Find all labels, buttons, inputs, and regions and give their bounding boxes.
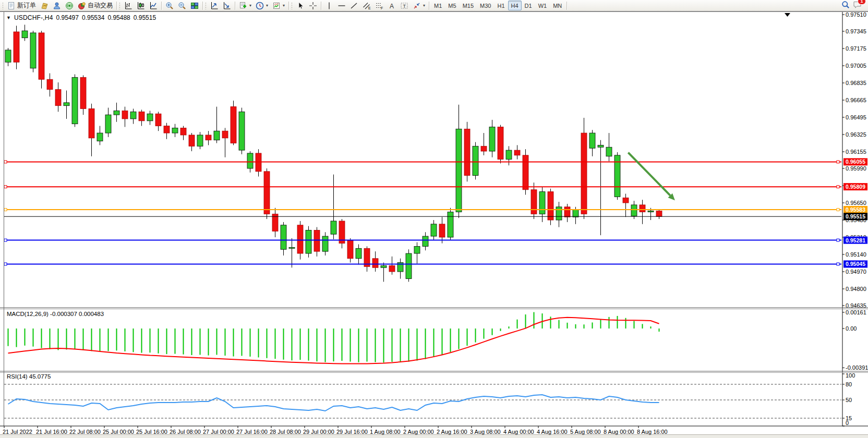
timeframe-d1-button[interactable]: D1 [522, 1, 535, 10]
template-icon [272, 2, 281, 10]
toolbar-grip[interactable] [291, 2, 293, 9]
cursor-button[interactable] [294, 0, 307, 11]
price-tick-label: 0.94800 [846, 286, 866, 292]
candle [80, 75, 86, 115]
price-tick-label: 0.97345 [846, 28, 866, 34]
timeframe-m5-button[interactable]: M5 [445, 1, 459, 10]
time-tick-label: 26 Jul 08:00 [170, 429, 201, 435]
price-tick-label: 0.94970 [846, 269, 866, 275]
zoom-in-button[interactable] [163, 0, 176, 11]
tile-windows-button[interactable] [188, 0, 201, 11]
price-tick-label: 0.96835 [846, 80, 866, 86]
new-order-button[interactable]: 新订单 [5, 0, 38, 11]
text-label-button[interactable]: T [398, 0, 411, 11]
svg-text:0.96055: 0.96055 [846, 159, 865, 165]
chart-close: 0.95515 [134, 14, 156, 21]
channel-button[interactable]: E [360, 0, 373, 11]
line-handle[interactable] [4, 186, 7, 188]
line-handle[interactable] [4, 263, 7, 265]
profile-down-icon [223, 2, 231, 10]
arrows-button[interactable]: ▾ [411, 0, 427, 11]
add-indicator-icon [239, 2, 247, 10]
toolbar: 新订单自动交易▾▾▾EFAT▾M1M5M15M30H1H4D1W1MN1 [0, 0, 868, 11]
svg-text:0.95809: 0.95809 [846, 184, 865, 190]
svg-text:T: T [403, 3, 406, 8]
chart-low: 0.95488 [107, 14, 130, 21]
line-handle[interactable] [837, 186, 839, 188]
timeframe-m30-button[interactable]: M30 [477, 1, 494, 10]
svg-text:E: E [368, 6, 371, 10]
profile-up-icon [210, 2, 219, 10]
price-tick-label: 0.97510 [846, 11, 866, 18]
candle [548, 189, 553, 225]
crosshair-button[interactable] [307, 0, 319, 11]
broadcast-button[interactable] [63, 0, 76, 11]
line-handle[interactable] [837, 263, 839, 265]
chat-button[interactable]: 1 [853, 1, 862, 11]
zoom-out-button[interactable] [176, 0, 188, 11]
candle [464, 122, 470, 182]
macd-tick-label: -0.00391 [846, 364, 868, 371]
vline-button[interactable] [323, 0, 335, 11]
arrows-dropdown-icon[interactable]: ▾ [423, 3, 425, 8]
line-handle[interactable] [837, 161, 839, 163]
toolbar-separator [566, 2, 567, 10]
fibonacci-icon: F [375, 2, 383, 10]
profile-up-button[interactable] [208, 0, 221, 11]
search-icon[interactable] [841, 1, 850, 11]
candle-chart-button[interactable] [135, 0, 147, 11]
macd-tick-label: 0.00 [846, 325, 857, 332]
line-handle[interactable] [837, 239, 839, 241]
chart-symbol: USDCHF-,H4 [14, 14, 53, 21]
chart-canvas[interactable]: 0.975100.973450.971750.970050.968350.966… [0, 11, 868, 438]
svg-text:0.95045: 0.95045 [846, 261, 865, 267]
svg-text:0.95281: 0.95281 [846, 237, 865, 244]
price-tick-label: 0.95140 [846, 251, 866, 258]
template-dropdown-icon[interactable]: ▾ [283, 3, 285, 8]
toolbar-separator [116, 2, 117, 10]
price-badge: 0.95281 [843, 237, 867, 244]
time-tick-label: 28 Jul 08:00 [270, 429, 301, 435]
vline-icon [325, 2, 333, 10]
toolbar-separator [288, 2, 289, 10]
timeframe-h4-button[interactable]: H4 [508, 1, 522, 10]
toolbar-grip[interactable] [2, 2, 4, 9]
arrows-icon [413, 2, 421, 10]
line-chart-button[interactable] [147, 0, 160, 11]
profile-down-button[interactable] [221, 0, 233, 11]
bar-chart-icon [124, 2, 132, 10]
time-tick-label: 8 Aug 00:00 [604, 429, 634, 435]
add-indicator-dropdown-icon[interactable]: ▾ [249, 3, 251, 8]
timeframe-w1-button[interactable]: W1 [535, 1, 550, 10]
user-profile-button[interactable] [51, 0, 63, 11]
text-button[interactable]: A [385, 0, 398, 11]
toolbar-grip[interactable] [205, 2, 207, 9]
symbol-dropdown-icon[interactable]: ▼ [6, 15, 11, 20]
template-button[interactable]: ▾ [270, 0, 287, 11]
new-order-icon [7, 2, 16, 10]
toolbar-separator [429, 2, 429, 10]
add-indicator-button[interactable]: ▾ [237, 0, 254, 11]
timeframe-h1-button[interactable]: H1 [494, 1, 508, 10]
trendline-button[interactable] [348, 0, 360, 11]
line-handle[interactable] [4, 209, 7, 211]
timeframe-mn-button[interactable]: MN [550, 1, 565, 10]
bar-chart-button[interactable] [122, 0, 135, 11]
line-handle[interactable] [4, 161, 7, 163]
line-handle[interactable] [4, 239, 7, 241]
auto-trading-button[interactable]: 自动交易 [76, 0, 115, 11]
price-tick-label: 0.97175 [846, 45, 866, 52]
period-button[interactable]: ▾ [254, 0, 270, 11]
timeframe-m1-button[interactable]: M1 [431, 1, 445, 10]
line-handle[interactable] [837, 209, 839, 211]
toolbar-grip[interactable] [119, 2, 120, 9]
chart-file-button[interactable] [38, 0, 51, 11]
fibonacci-button[interactable]: F [373, 0, 385, 11]
period-dropdown-icon[interactable]: ▾ [266, 3, 268, 8]
time-tick-label: 21 Jul 2022 [3, 429, 32, 435]
candle [448, 208, 453, 240]
timeframe-m15-button[interactable]: M15 [460, 1, 477, 10]
time-tick-label: 21 Jul 16:00 [36, 429, 67, 435]
toolbar-separator [321, 2, 321, 10]
hline-button[interactable] [335, 0, 348, 11]
